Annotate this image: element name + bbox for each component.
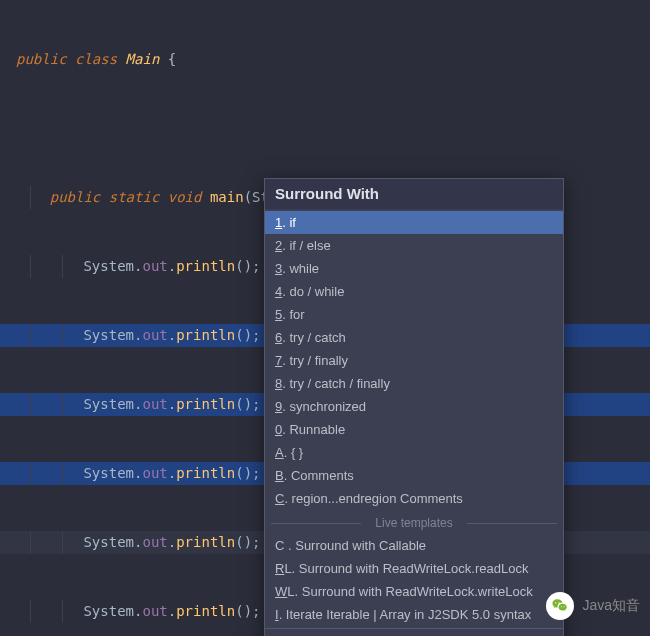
- popup-item[interactable]: 0. Runnable: [265, 418, 563, 441]
- popup-item[interactable]: 2. if / else: [265, 234, 563, 257]
- popup-item[interactable]: 6. try / catch: [265, 326, 563, 349]
- popup-item[interactable]: 8. try / catch / finally: [265, 372, 563, 395]
- popup-item[interactable]: 9. synchronized: [265, 395, 563, 418]
- popup-live-templates: C . Surround with CallableRL. Surround w…: [265, 532, 563, 628]
- popup-item[interactable]: 3. while: [265, 257, 563, 280]
- watermark-text: Java知音: [582, 597, 640, 615]
- popup-item[interactable]: C. region...endregion Comments: [265, 487, 563, 510]
- popup-item[interactable]: 1. if: [265, 211, 563, 234]
- popup-item[interactable]: RL. Surround with ReadWriteLock.readLock: [265, 557, 563, 580]
- surround-with-popup: Surround With 1. if2. if / else3. while4…: [264, 178, 564, 636]
- popup-item[interactable]: 5. for: [265, 303, 563, 326]
- popup-item[interactable]: C . Surround with Callable: [265, 534, 563, 557]
- popup-item[interactable]: A. { }: [265, 441, 563, 464]
- popup-item[interactable]: 4. do / while: [265, 280, 563, 303]
- wechat-icon: [546, 592, 574, 620]
- popup-items: 1. if2. if / else3. while4. do / while5.…: [265, 209, 563, 512]
- watermark: Java知音: [546, 592, 640, 620]
- popup-title: Surround With: [265, 179, 563, 209]
- popup-item[interactable]: 7. try / finally: [265, 349, 563, 372]
- popup-item[interactable]: I. Iterate Iterable | Array in J2SDK 5.0…: [265, 603, 563, 626]
- configure-live-templates[interactable]: Configure Live Templates...: [265, 628, 563, 636]
- popup-separator: Live templates: [265, 516, 563, 530]
- popup-item[interactable]: B. Comments: [265, 464, 563, 487]
- popup-item[interactable]: WL. Surround with ReadWriteLock.writeLoc…: [265, 580, 563, 603]
